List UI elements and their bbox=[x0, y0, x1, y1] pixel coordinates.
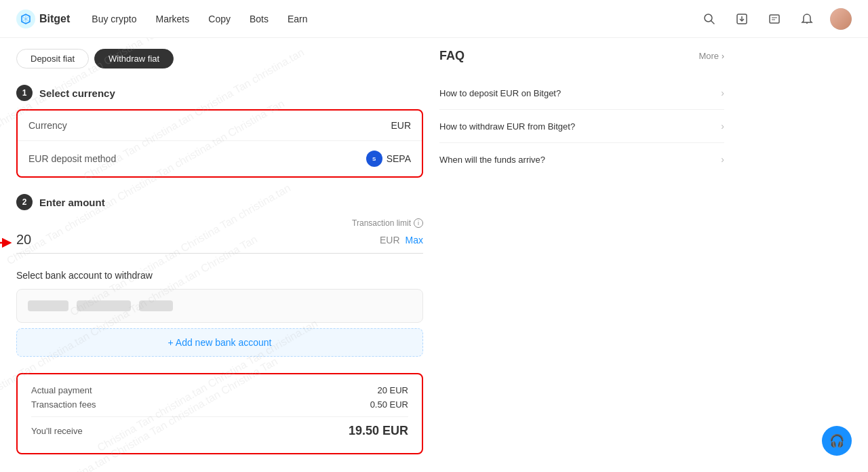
amount-input-row: 20 EUR Max bbox=[16, 232, 423, 254]
transaction-fees-row: Transaction fees 0.50 EUR bbox=[31, 399, 408, 410]
sepa-text: S bbox=[372, 156, 376, 162]
bitget-logo-icon bbox=[16, 9, 35, 28]
add-bank-button[interactable]: + Add new bank account bbox=[16, 328, 423, 357]
step2-label: Enter amount bbox=[39, 197, 105, 208]
navbar-links: Buy crypto Markets Copy Bots Earn bbox=[92, 14, 307, 24]
transaction-limit-row: Transaction limit i bbox=[16, 218, 423, 228]
nav-buy-crypto[interactable]: Buy crypto bbox=[92, 14, 136, 24]
actual-payment-value: 20 EUR bbox=[377, 385, 408, 395]
amount-currency: EUR bbox=[380, 235, 400, 245]
faq-header: FAQ More › bbox=[439, 49, 724, 63]
deposit-method-row[interactable]: EUR deposit method S SEPA bbox=[18, 141, 422, 176]
support-button[interactable]: 🎧 bbox=[822, 426, 852, 456]
transfer-icon[interactable] bbox=[765, 9, 784, 28]
currency-label: Currency bbox=[28, 120, 67, 131]
actual-payment-label: Actual payment bbox=[31, 385, 92, 395]
sepa-icon: S bbox=[366, 151, 382, 167]
faq-question-0: How to deposit EUR on Bitget? bbox=[439, 88, 561, 98]
nav-copy[interactable]: Copy bbox=[208, 14, 231, 24]
bank-section-title: Select bank account to withdraw bbox=[16, 270, 423, 281]
tab-withdraw-fiat[interactable]: Withdraw fiat bbox=[94, 49, 174, 68]
actual-payment-row: Actual payment 20 EUR bbox=[31, 385, 408, 395]
faq-question-2: When will the funds arrive? bbox=[439, 155, 545, 165]
summary-box: Actual payment 20 EUR Transaction fees 0… bbox=[16, 373, 423, 454]
step1-number: 1 bbox=[16, 85, 33, 101]
navbar: Bitget Buy crypto Markets Copy Bots Earn bbox=[0, 0, 868, 38]
transaction-fees-label: Transaction fees bbox=[31, 399, 96, 410]
faq-item-1[interactable]: How to withdraw EUR from Bitget? › bbox=[439, 110, 724, 143]
avatar[interactable] bbox=[830, 8, 852, 30]
left-panel: Deposit fiat Withdraw fiat 1 Select curr… bbox=[16, 49, 423, 454]
svg-point-1 bbox=[705, 14, 712, 22]
faq-more-label: More bbox=[698, 51, 719, 61]
summary-divider bbox=[31, 416, 408, 417]
amount-right: EUR Max bbox=[380, 235, 423, 245]
bank-placeholder bbox=[28, 300, 412, 311]
faq-more-button[interactable]: More › bbox=[698, 51, 724, 61]
step2-number: 2 bbox=[16, 194, 33, 210]
amount-value[interactable]: 20 bbox=[16, 232, 31, 248]
nav-bots[interactable]: Bots bbox=[250, 14, 269, 24]
nav-markets[interactable]: Markets bbox=[155, 14, 189, 24]
svg-line-2 bbox=[711, 21, 714, 24]
transaction-fees-value: 0.50 EUR bbox=[370, 399, 408, 410]
tabs: Deposit fiat Withdraw fiat bbox=[16, 49, 423, 68]
faq-title: FAQ bbox=[439, 49, 465, 63]
bank-card[interactable] bbox=[16, 289, 423, 323]
support-icon: 🎧 bbox=[829, 433, 844, 448]
faq-chevron-1: › bbox=[721, 121, 724, 132]
bank-placeholder-1 bbox=[28, 300, 68, 311]
faq-item-2[interactable]: When will the funds arrive? › bbox=[439, 143, 724, 176]
faq-question-1: How to withdraw EUR from Bitget? bbox=[439, 121, 575, 132]
you-receive-value: 19.50 EUR bbox=[349, 424, 408, 438]
search-icon[interactable] bbox=[700, 9, 719, 28]
sepa-badge: S SEPA bbox=[366, 151, 411, 167]
step1-label: Select currency bbox=[39, 87, 115, 99]
faq-item-0[interactable]: How to deposit EUR on Bitget? › bbox=[439, 77, 724, 110]
main-container: Deposit fiat Withdraw fiat 1 Select curr… bbox=[0, 38, 868, 465]
download-icon[interactable] bbox=[732, 9, 751, 28]
faq-panel: FAQ More › How to deposit EUR on Bitget?… bbox=[439, 49, 724, 454]
faq-chevron-2: › bbox=[721, 154, 724, 165]
max-button[interactable]: Max bbox=[406, 235, 423, 245]
logo-text: Bitget bbox=[39, 13, 70, 25]
chevron-right-icon: › bbox=[722, 52, 724, 61]
red-arrow bbox=[0, 233, 14, 252]
logo[interactable]: Bitget bbox=[16, 9, 70, 28]
currency-row[interactable]: Currency EUR bbox=[18, 111, 422, 141]
you-receive-row: You'll receive 19.50 EUR bbox=[31, 424, 408, 438]
notification-icon[interactable] bbox=[797, 9, 816, 28]
you-receive-label: You'll receive bbox=[31, 426, 83, 436]
faq-chevron-0: › bbox=[721, 87, 724, 98]
deposit-method-label: EUR deposit method bbox=[28, 153, 116, 164]
avatar-image bbox=[830, 8, 852, 30]
info-icon[interactable]: i bbox=[414, 218, 423, 228]
currency-selection-box: Currency EUR EUR deposit method S SEPA bbox=[16, 109, 423, 178]
bank-placeholder-2 bbox=[77, 300, 131, 311]
bank-section: Select bank account to withdraw + Add ne… bbox=[16, 270, 423, 357]
navbar-right bbox=[700, 8, 852, 30]
transaction-limit-text: Transaction limit bbox=[352, 218, 411, 228]
nav-earn[interactable]: Earn bbox=[288, 14, 308, 24]
step2-title: 2 Enter amount bbox=[16, 194, 423, 210]
svg-rect-5 bbox=[770, 15, 779, 23]
bank-placeholder-3 bbox=[139, 300, 173, 311]
tab-deposit-fiat[interactable]: Deposit fiat bbox=[16, 49, 89, 68]
currency-value: EUR bbox=[391, 120, 411, 131]
step1-title: 1 Select currency bbox=[16, 85, 423, 101]
amount-section: Transaction limit i 20 EUR Max bbox=[16, 218, 423, 254]
deposit-method-value: SEPA bbox=[387, 153, 411, 164]
